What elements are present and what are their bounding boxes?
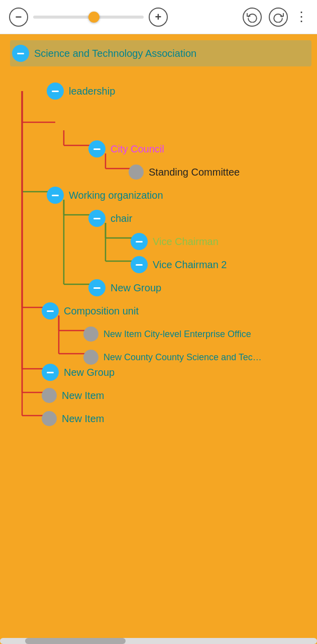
node-row-leadership: leadership: [47, 79, 115, 103]
node-row-vice-chairman: Vice Chairman: [131, 230, 219, 253]
minus-icon: [47, 310, 54, 312]
collapse-new-group-root[interactable]: [42, 364, 59, 381]
node-row-new-group-working: New Group: [88, 276, 161, 299]
tree-area: Science and Technology Association leade…: [0, 34, 317, 80]
minus-icon: [136, 241, 143, 243]
toolbar-left: − +: [9, 8, 168, 27]
node-row-new-item-city: New Item City-level Enterprise Office: [83, 323, 251, 346]
collapse-working-org[interactable]: [47, 187, 64, 204]
label-leadership: leadership: [69, 86, 115, 97]
label-new-county: New County County Science and Tec…: [103, 352, 262, 363]
node-new-item-city: New Item City-level Enterprise Office: [83, 323, 251, 346]
collapse-composition-unit[interactable]: [42, 302, 59, 319]
minus-icon: [52, 91, 59, 92]
collapse-leadership[interactable]: [47, 83, 64, 100]
label-standing-committee: Standing Committee: [149, 167, 240, 178]
node-standing-committee: Standing Committee: [129, 160, 240, 184]
label-working-org: Working organization: [69, 190, 163, 201]
label-composition-unit: Composition unit: [64, 305, 139, 317]
node-row-city-council: City Council: [88, 137, 164, 160]
collapse-chair[interactable]: [88, 210, 105, 227]
zoom-slider-track[interactable]: [33, 16, 144, 19]
root-label: Science and Technology Association: [34, 48, 196, 59]
redo-button[interactable]: [269, 8, 288, 27]
node-row-new-item-2: New Item: [42, 407, 104, 430]
minus-icon: [17, 53, 24, 54]
zoom-in-button[interactable]: +: [149, 8, 168, 27]
label-new-item-1: New Item: [62, 390, 104, 401]
node-city-council: City Council: [88, 137, 164, 160]
node-new-item-2: New Item: [42, 407, 104, 430]
minus-icon: [136, 264, 143, 266]
scrollbar-thumb[interactable]: [25, 638, 126, 644]
label-new-item-2: New Item: [62, 413, 104, 425]
collapse-city-council[interactable]: [88, 140, 105, 157]
node-new-item-1: New Item: [42, 384, 104, 407]
node-row-chair: chair: [88, 207, 132, 230]
label-new-group-root: New Group: [64, 367, 115, 378]
minus-icon: −: [16, 11, 22, 24]
node-leadership: leadership: [47, 79, 115, 103]
node-new-group-working: New Group: [88, 276, 161, 299]
node-row-standing-committee: Standing Committee: [129, 160, 240, 184]
node-new-group-root: New Group: [42, 361, 115, 384]
undo-button[interactable]: [243, 8, 262, 27]
minus-icon: [93, 218, 100, 219]
leaf-new-item-city: [83, 327, 98, 342]
minus-icon: [47, 372, 54, 373]
collapse-new-group-working[interactable]: [88, 279, 105, 296]
node-row-composition-unit: Composition unit: [42, 299, 139, 323]
zoom-slider-thumb[interactable]: [88, 12, 99, 23]
node-working-org: Working organization: [47, 184, 163, 207]
root-collapse-button[interactable]: [12, 45, 29, 62]
leaf-standing-committee: [129, 165, 144, 180]
collapse-vice-chairman[interactable]: [131, 233, 148, 250]
minus-icon: [93, 287, 100, 289]
leaf-new-item-2: [42, 411, 57, 426]
horizontal-scrollbar[interactable]: [0, 638, 317, 644]
label-new-group-working: New Group: [111, 282, 161, 294]
plus-icon: +: [155, 11, 162, 24]
node-chair: chair: [88, 207, 132, 230]
label-city-council: City Council: [111, 143, 164, 155]
node-vice-chairman: Vice Chairman: [131, 230, 219, 253]
node-row-vice-chairman-2: Vice Chairman 2: [131, 253, 227, 276]
node-composition-unit: Composition unit: [42, 299, 139, 323]
zoom-out-button[interactable]: −: [9, 8, 28, 27]
leaf-new-item-1: [42, 388, 57, 403]
node-row-working-org: Working organization: [47, 184, 163, 207]
label-new-item-city: New Item City-level Enterprise Office: [103, 329, 251, 340]
redo-icon: [273, 12, 284, 23]
minus-icon: [93, 148, 100, 150]
undo-icon: [247, 12, 258, 23]
collapse-vice-chairman-2[interactable]: [131, 256, 148, 273]
label-chair: chair: [111, 213, 132, 224]
toolbar-right: ⋮: [243, 8, 308, 27]
label-vice-chairman-2: Vice Chairman 2: [153, 259, 227, 271]
node-vice-chairman-2: Vice Chairman 2: [131, 253, 227, 276]
minus-icon: [52, 195, 59, 196]
more-button[interactable]: ⋮: [295, 9, 308, 25]
label-vice-chairman: Vice Chairman: [153, 236, 219, 248]
node-row-new-item-1: New Item: [42, 384, 104, 407]
root-node: Science and Technology Association: [10, 40, 311, 66]
node-row-new-group-root: New Group: [42, 361, 115, 384]
toolbar: − + ⋮: [0, 0, 317, 34]
leaf-new-county: [83, 350, 98, 365]
